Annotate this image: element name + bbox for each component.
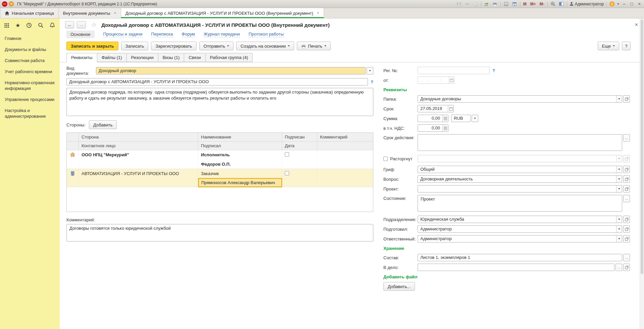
register-button[interactable]: Зарегистрировать bbox=[151, 42, 196, 50]
nav-processes-tasks[interactable]: Процессы и задачи bbox=[103, 32, 143, 37]
signer-cell-active[interactable]: Прямоносов Александр Валерьевич bbox=[198, 178, 282, 187]
close-tab-icon[interactable]: × bbox=[113, 11, 116, 15]
comment-textarea[interactable]: Договоры готовятся только юридической сл… bbox=[66, 224, 373, 241]
vertical-scrollbar[interactable] bbox=[640, 18, 644, 329]
tab-links[interactable]: Связи bbox=[184, 53, 205, 62]
folder-open-button[interactable] bbox=[623, 95, 630, 103]
table-row-selected[interactable]: Прямоносов Александр Валерьевич bbox=[67, 178, 373, 187]
create-based-on-button[interactable]: Создать на основании bbox=[236, 42, 294, 50]
party-cell[interactable]: ООО НПЦ "Меркурий" bbox=[79, 150, 198, 160]
document-kind-field[interactable]: Доходный договор bbox=[96, 67, 366, 74]
role-cell[interactable]: Заказчик bbox=[198, 169, 282, 178]
responsible-dropdown-button[interactable] bbox=[616, 235, 622, 242]
help-button[interactable]: ? bbox=[622, 42, 631, 50]
terminated-dropdown-button[interactable] bbox=[616, 155, 622, 162]
party-column-header[interactable]: Сторона bbox=[79, 133, 198, 142]
forward-button[interactable]: → bbox=[77, 21, 86, 29]
close-window-button[interactable]: × bbox=[637, 1, 642, 6]
signer-cell[interactable]: Федоров О.П. bbox=[198, 160, 282, 169]
case-field[interactable] bbox=[418, 264, 614, 271]
nav-work-protocol[interactable]: Протокол работы bbox=[249, 32, 284, 37]
reg-help-icon[interactable]: ? bbox=[492, 68, 495, 73]
tab-visas[interactable]: Визы (1) bbox=[158, 53, 184, 62]
comment-cell[interactable] bbox=[317, 150, 373, 160]
composition-more-button[interactable]: ... bbox=[623, 254, 630, 261]
reg-date-field[interactable]: . . : bbox=[418, 76, 454, 84]
folder-field[interactable]: Доходные договоры bbox=[418, 95, 622, 103]
add-party-button[interactable]: Добавить bbox=[89, 120, 117, 129]
memory-minus-button[interactable]: M- bbox=[539, 2, 545, 6]
composition-field[interactable]: Листов 1, экземпляров 1 bbox=[418, 254, 622, 261]
exchange-icon[interactable] bbox=[484, 1, 490, 7]
tab-resolutions[interactable]: Резолюции bbox=[126, 53, 158, 62]
save-and-close-button[interactable]: Записать и закрыть bbox=[66, 42, 118, 50]
vat-field[interactable]: 0,00 bbox=[418, 124, 448, 132]
tab-workgroup[interactable]: Рабочая группа (4) bbox=[205, 53, 253, 62]
notifications-bell-icon[interactable] bbox=[50, 22, 55, 28]
tab-document[interactable]: Доходный договор с АВТОМАТИЗАЦИЯ - УСЛУГ… bbox=[121, 8, 324, 18]
comment-column-header[interactable]: Комментарий bbox=[317, 133, 373, 142]
project-field[interactable] bbox=[418, 185, 622, 193]
nav-forum[interactable]: Форум bbox=[182, 32, 195, 37]
info-button[interactable]: i bbox=[609, 1, 615, 7]
save-icon[interactable] bbox=[456, 1, 462, 7]
reg-number-field[interactable] bbox=[418, 67, 490, 74]
currency-field[interactable]: RUB bbox=[451, 115, 471, 122]
sidebar-item-documents-files[interactable]: Документы и файлы bbox=[0, 44, 60, 55]
favorite-star-icon[interactable]: ☆ bbox=[91, 21, 97, 29]
sidebar-item-collaboration[interactable]: Совместная работа bbox=[0, 55, 60, 66]
department-open-button[interactable] bbox=[623, 216, 630, 223]
prepared-field[interactable]: Администратор bbox=[418, 225, 622, 233]
sidebar-item-time-tracking[interactable]: Учет рабочего времени bbox=[0, 66, 60, 77]
print-icon[interactable] bbox=[464, 1, 470, 7]
signed-cell[interactable] bbox=[282, 150, 317, 160]
signed-column-header[interactable]: Подписан bbox=[282, 133, 317, 142]
tab-files[interactable]: Файлы (1) bbox=[97, 53, 126, 62]
comment-cell[interactable] bbox=[317, 160, 373, 169]
date-cell[interactable] bbox=[282, 178, 317, 187]
sidebar-item-reference-info[interactable]: Нормативно-справочная информация bbox=[0, 77, 60, 94]
sidebar-item-settings-administration[interactable]: Настройка и администрирование bbox=[0, 105, 60, 122]
memory-plus-button[interactable]: M+ bbox=[530, 2, 537, 6]
signed-checkbox[interactable] bbox=[285, 152, 289, 157]
split-columns-icon[interactable] bbox=[558, 1, 565, 7]
print-button[interactable]: Печать bbox=[297, 42, 331, 50]
question-dropdown-button[interactable] bbox=[616, 176, 622, 182]
department-field[interactable]: Юридическая служба bbox=[418, 216, 622, 223]
add-file-button[interactable]: Добавить... bbox=[383, 282, 415, 291]
sidebar-item-process-management[interactable]: Управление процессами bbox=[0, 94, 60, 105]
due-date-calendar-button[interactable] bbox=[448, 105, 453, 112]
responsible-open-button[interactable] bbox=[623, 235, 630, 242]
minimize-button[interactable]: – bbox=[622, 1, 627, 6]
comment-cell[interactable] bbox=[317, 169, 373, 178]
party-cell[interactable]: АВТОМАТИЗАЦИЯ - УСЛУГИ И ПРОЕКТЫ ООО bbox=[79, 169, 198, 178]
department-dropdown-button[interactable] bbox=[616, 216, 622, 223]
table-row[interactable]: Федоров О.П. bbox=[67, 160, 373, 169]
send-button[interactable]: Отправить bbox=[199, 42, 233, 50]
table-row[interactable]: ООО НПЦ "Меркурий" Исполнитель bbox=[67, 150, 373, 160]
back-button[interactable]: ← bbox=[65, 21, 74, 29]
signed-cell[interactable] bbox=[282, 169, 317, 178]
amount-calculator-button[interactable] bbox=[442, 115, 448, 122]
contact-column-header[interactable]: Контактное лицо bbox=[79, 142, 198, 150]
favorites-star-icon[interactable]: ★ bbox=[15, 23, 20, 28]
stamp-open-button[interactable] bbox=[623, 166, 630, 173]
nav-transfer-log[interactable]: Журнал передачи bbox=[204, 32, 240, 37]
prepared-open-button[interactable] bbox=[623, 225, 630, 233]
due-date-field[interactable]: 27.05.2019 bbox=[418, 105, 454, 112]
nav-main[interactable]: Основное bbox=[66, 31, 95, 38]
validity-more-button[interactable]: ... bbox=[623, 134, 630, 142]
print-file-icon[interactable] bbox=[492, 1, 498, 7]
terminated-field[interactable] bbox=[418, 155, 622, 162]
reg-date-calendar-button[interactable] bbox=[448, 77, 454, 84]
name-column-header[interactable]: Наименование bbox=[198, 133, 282, 142]
prepared-dropdown-button[interactable] bbox=[616, 226, 622, 232]
responsible-field[interactable]: Администратор bbox=[418, 235, 622, 242]
close-tab-icon[interactable]: × bbox=[316, 11, 319, 15]
vat-calculator-button[interactable] bbox=[442, 125, 448, 131]
document-kind-dropdown-button[interactable] bbox=[367, 67, 373, 74]
date-column-header[interactable]: Дата bbox=[282, 142, 317, 150]
signed-checkbox[interactable] bbox=[285, 171, 289, 175]
description-textarea[interactable]: Доходный договор подряда, по которому од… bbox=[66, 88, 373, 116]
question-open-button[interactable] bbox=[623, 175, 630, 183]
